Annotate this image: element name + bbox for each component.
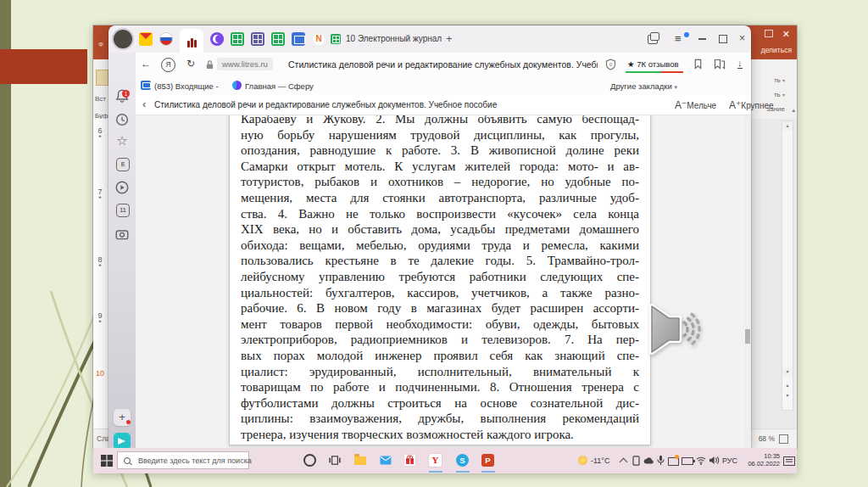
text-line: вых порах молодой инженер проявил себя к… — [241, 348, 639, 364]
bookmarks-star-icon[interactable]: ☆ — [114, 133, 130, 148]
pinned-tab-mail-icon[interactable] — [139, 32, 153, 46]
other-bookmarks-button[interactable]: Другие закладки ▾ — [610, 81, 677, 91]
yandex-browser-icon[interactable]: Y — [429, 454, 442, 467]
pinned-tab-n-icon[interactable]: N — [312, 32, 326, 46]
taskbar-search-input[interactable]: Введите здесь текст для поиска — [117, 451, 249, 469]
wifi-icon[interactable] — [696, 456, 706, 465]
reviews-rating[interactable]: ★ 7К отзывов — [627, 59, 679, 69]
ppt-ribbon-group[interactable]: ть ▾ — [774, 76, 785, 84]
back-icon[interactable]: ← — [141, 58, 151, 70]
font-smaller-button[interactable]: А⁻Мельче — [675, 99, 716, 111]
previous-slide-icon[interactable]: ▴ — [782, 381, 793, 390]
scrollbar-thumb[interactable] — [745, 329, 750, 344]
text-line: опоздания, равнодушие к работе. 3. В жив… — [241, 143, 639, 159]
text-line: циальностей: бухгалтеров, кассиров, учет… — [241, 285, 639, 301]
content-scrollbar[interactable] — [744, 115, 751, 448]
pinned-tab-mailbox-icon[interactable] — [292, 32, 305, 46]
reader-back-icon[interactable]: ‹ — [142, 98, 146, 110]
bookmark-sferum[interactable]: Главная — Сферу — [245, 81, 314, 91]
text-line: циплины: взаимоуважения, дружбы, выполне… — [241, 411, 639, 427]
ppt-slide-thumb[interactable]: 8* — [93, 256, 107, 270]
skype-icon[interactable]: S — [456, 454, 469, 467]
services-tile-icon[interactable]: Е — [116, 158, 130, 171]
next-slide-icon[interactable]: ▾ — [782, 391, 793, 400]
weather-sun-icon[interactable] — [578, 456, 587, 465]
ppt-clipboard-icon[interactable] — [96, 70, 108, 86]
cortana-icon[interactable] — [303, 454, 316, 467]
ppt-restore-icon[interactable] — [765, 30, 773, 37]
your-phone-icon[interactable] — [632, 456, 640, 466]
ppt-file-tab[interactable]: Ф — [98, 41, 103, 48]
scroll-down-icon[interactable]: ▾ — [782, 367, 793, 377]
date-tile-icon[interactable]: 11 — [116, 204, 130, 217]
task-view-icon[interactable] — [329, 456, 341, 465]
tab-favicon-journal — [331, 34, 341, 44]
screenshot-camera-icon[interactable] — [114, 227, 130, 242]
pinned-tab-table-icon[interactable] — [251, 32, 264, 46]
profile-avatar[interactable] — [114, 30, 132, 48]
slide-accent-bar — [0, 49, 87, 84]
yandex-home-icon[interactable]: Я — [161, 58, 175, 72]
clock-date[interactable]: 10:35 06.02.2022 — [741, 453, 780, 467]
scroll-up-icon[interactable]: ▴ — [782, 121, 793, 131]
microphone-icon[interactable] — [657, 455, 665, 466]
ppt-close-icon[interactable]: ✕ — [782, 29, 790, 40]
collections-icon[interactable] — [714, 59, 726, 70]
powerpoint-icon[interactable]: P — [481, 454, 494, 467]
text-line: футболистами должны строиться на основе … — [241, 395, 639, 411]
minimize-button[interactable] — [698, 38, 706, 40]
ppt-slide-thumb[interactable]: 6* — [93, 127, 107, 141]
audio-speaker-icon[interactable] — [649, 304, 712, 355]
tab-strip: N 10 Электронный журнал + ≡ × — [108, 25, 751, 53]
font-larger-button[interactable]: А⁺Крупнее — [729, 99, 774, 111]
volume-icon[interactable] — [709, 456, 720, 465]
onedrive-cloud-icon[interactable] — [643, 457, 654, 464]
start-button-icon[interactable] — [101, 455, 113, 467]
bookmark-flag-icon[interactable] — [693, 59, 703, 70]
ppt-slide-panel[interactable]: 6*7*8*9*10 — [93, 119, 109, 428]
temperature-label[interactable]: -11°C — [591, 456, 609, 465]
action-center-icon[interactable] — [783, 456, 795, 466]
language-indicator[interactable]: РУС — [722, 456, 737, 465]
new-tab-button[interactable]: + — [446, 32, 453, 45]
video-play-icon[interactable] — [114, 180, 130, 195]
tray-expand-icon[interactable] — [620, 458, 628, 467]
text-line: XIX века, но и обставить дома, усадьбы п… — [241, 221, 639, 238]
maximize-button[interactable] — [719, 35, 727, 43]
ppt-slide-thumb[interactable]: 9* — [93, 312, 107, 326]
ppt-fit-slide-icon[interactable] — [779, 434, 788, 444]
text-line: рабочие. 6. В новом году в магазинах буд… — [241, 300, 639, 316]
litres-icon — [191, 38, 193, 48]
ppt-slide-thumb[interactable]: 10 — [93, 370, 107, 378]
ppt-slide-thumb[interactable]: 7* — [93, 188, 107, 202]
tab-electronic-journal[interactable]: 10 Электронный журнал — [346, 34, 442, 43]
pinned-tab-sheets2-icon[interactable] — [271, 32, 285, 46]
close-button[interactable]: × — [739, 32, 745, 44]
bookmark-inbox[interactable]: (853) Входящие - — [154, 81, 219, 91]
gift-app-icon[interactable] — [403, 454, 416, 467]
ppt-collapse-ribbon-icon[interactable]: ▴ — [792, 107, 795, 114]
mail-app-icon[interactable] — [380, 456, 392, 465]
battery-icon[interactable] — [682, 457, 693, 465]
messenger-icon[interactable] — [114, 433, 131, 450]
ppt-scrollbar[interactable]: ▴ ▾ ▴ ▾ — [782, 120, 793, 411]
ppt-ribbon-group[interactable]: ть ▾ — [774, 91, 785, 98]
text-line: ную борьбу нарушениям трудовой дисциплин… — [241, 127, 639, 143]
download-icon[interactable]: ↓ — [737, 58, 743, 69]
history-clock-icon[interactable] — [114, 112, 130, 127]
refresh-icon[interactable]: ↻ — [186, 58, 195, 70]
ppt-zoom-level[interactable]: 68 % — [759, 434, 775, 443]
protect-shield-icon[interactable]: 0 — [605, 59, 616, 70]
pinned-tab-sheets-icon[interactable] — [231, 32, 244, 46]
ppt-share-button[interactable]: делиться — [761, 46, 792, 54]
omnibox-page-title[interactable]: Стилистика деловой речи и редактирование… — [288, 59, 598, 70]
file-explorer-icon[interactable] — [354, 456, 366, 465]
book-page-text: Карабаеву и Жукову. 2. Мы должны объявит… — [241, 115, 639, 442]
pinned-tab-flag-icon[interactable] — [159, 32, 173, 46]
browser-menu-icon[interactable]: ≡ — [675, 32, 682, 45]
menu-notification-dot — [684, 32, 689, 37]
pinned-tab-sferum-icon[interactable] — [210, 32, 224, 46]
tab-groups-icon[interactable] — [648, 35, 658, 44]
active-pinned-tab[interactable] — [180, 29, 203, 53]
url-domain-chip[interactable]: www.litres.ru — [217, 58, 273, 70]
